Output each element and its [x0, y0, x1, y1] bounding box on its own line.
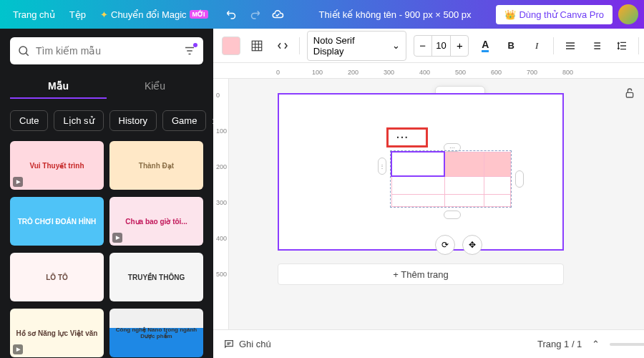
magic-label: Chuyển đổi Magic	[111, 9, 187, 20]
border-style-icon[interactable]	[248, 37, 266, 55]
table-cell[interactable]	[391, 195, 444, 207]
font-size-decrease[interactable]: −	[414, 36, 431, 56]
horizontal-ruler: 0 100 200 300 400 500 600 700 800	[213, 63, 644, 79]
top-menu-bar: Trang chủ Tệp ✦ Chuyển đổi Magic MỚI Thi…	[0, 0, 644, 29]
chip-history-vn[interactable]: Lịch sử	[54, 110, 103, 131]
zoom-slider[interactable]	[610, 343, 644, 346]
table-element[interactable]	[390, 150, 512, 208]
bottom-bar: Ghi chú Trang 1 / 1 ⌃	[213, 329, 644, 358]
line-spacing-icon[interactable]	[613, 37, 631, 55]
play-icon: ▶	[112, 233, 122, 243]
page-actions	[621, 84, 644, 102]
bold-button[interactable]: B	[502, 37, 520, 55]
fill-color-swatch[interactable]	[222, 37, 240, 55]
table-cell[interactable]	[484, 176, 511, 195]
page-indicator[interactable]: Trang 1 / 1	[537, 339, 582, 349]
chevron-up-icon[interactable]: ⌃	[592, 339, 600, 349]
play-icon: ▶	[13, 344, 23, 354]
spacing-icon[interactable]	[273, 37, 292, 55]
template-item[interactable]: Thành Đạt	[109, 141, 203, 190]
try-pro-button[interactable]: 👑 Dùng thử Canva Pro	[496, 5, 613, 24]
align-icon[interactable]	[561, 37, 580, 55]
vertical-ruler: 0 100 200 300 400 500	[213, 79, 229, 358]
tab-styles[interactable]: Kiểu	[107, 74, 203, 99]
category-chips: Cute Lịch sử History Game ›	[10, 110, 203, 131]
table-action-buttons: ⟳ ✥	[435, 235, 482, 255]
font-family-select[interactable]: Noto Serif Display ⌄	[307, 31, 406, 61]
user-avatar[interactable]	[618, 4, 638, 24]
design-title[interactable]: Thiết kế không tên - 900 px × 500 px	[294, 9, 497, 20]
canvas-page[interactable]: ··· ⋮ ⋯ ⟳ ✥	[278, 93, 564, 251]
canvas-area: ◀ Noto Serif Display ⌄ − 10 + A B I ✦Ch	[213, 29, 644, 358]
tab-templates[interactable]: Mẫu	[10, 74, 107, 99]
undo-icon[interactable]	[225, 8, 238, 21]
text-color-icon[interactable]: A	[476, 37, 494, 55]
template-item[interactable]: Chưa bao giờ tôi...▶	[109, 197, 203, 246]
table-cell[interactable]	[444, 195, 484, 207]
chip-history-en[interactable]: History	[109, 110, 157, 131]
template-item[interactable]: TRÒ CHƠI ĐOÁN HÌNH	[10, 197, 104, 246]
svg-point-0	[19, 47, 27, 54]
chip-cute[interactable]: Cute	[10, 110, 48, 131]
move-icon[interactable]: ✥	[462, 235, 482, 255]
table-cell[interactable]	[444, 152, 484, 176]
home-menu[interactable]: Trang chủ	[6, 9, 62, 20]
table-cell[interactable]	[444, 176, 484, 195]
redo-icon[interactable]	[248, 8, 261, 21]
font-size-increase[interactable]: +	[451, 36, 468, 56]
svg-rect-1	[252, 41, 262, 51]
search-icon	[17, 44, 30, 57]
play-icon: ▶	[13, 177, 23, 187]
sidebar-tabs: Mẫu Kiểu	[10, 74, 203, 99]
add-page-button[interactable]: + Thêm trang	[278, 263, 564, 285]
table-resize-bottom[interactable]	[444, 211, 461, 219]
cloud-sync-icon[interactable]	[271, 8, 284, 21]
magic-switch-menu[interactable]: ✦ Chuyển đổi Magic MỚI	[93, 9, 215, 20]
table-cell[interactable]	[391, 152, 444, 176]
file-menu[interactable]: Tệp	[62, 9, 93, 20]
divider	[553, 37, 554, 54]
pro-label: Dùng thử Canva Pro	[519, 9, 604, 20]
template-item[interactable]: Công nghệ Nano trong ngành Dược phẩm	[109, 309, 203, 357]
font-size-group: − 10 +	[414, 35, 469, 57]
template-search[interactable]	[10, 37, 203, 64]
annotation-highlight	[386, 127, 428, 147]
templates-sidebar: Mẫu Kiểu Cute Lịch sử History Game › Vui…	[0, 29, 213, 358]
lock-icon[interactable]	[621, 84, 638, 102]
notes-button[interactable]: Ghi chú	[223, 339, 271, 350]
chip-game[interactable]: Game	[162, 110, 206, 131]
chevron-down-icon: ⌄	[392, 40, 400, 51]
italic-button[interactable]: I	[527, 37, 546, 55]
row-drag-handle[interactable]: ⋮	[378, 158, 386, 175]
table-resize-right[interactable]	[515, 170, 524, 188]
table-cell[interactable]	[391, 176, 444, 195]
template-item[interactable]: Hồ sơ Năng lực Việt văn▶	[10, 309, 104, 357]
divider	[299, 37, 300, 54]
font-size-value[interactable]: 10	[431, 36, 452, 56]
template-item[interactable]: LÔ TÔ	[10, 253, 104, 301]
template-item[interactable]: TRUYỀN THÔNG	[109, 253, 203, 301]
sync-icon[interactable]: ⟳	[435, 235, 455, 255]
editor-toolbar: Noto Serif Display ⌄ − 10 + A B I ✦Chuyể	[213, 29, 644, 63]
svg-rect-2	[627, 92, 633, 97]
search-filter-icon[interactable]	[183, 44, 196, 57]
search-input[interactable]	[36, 45, 177, 57]
divider	[638, 37, 639, 54]
list-icon[interactable]	[587, 37, 605, 55]
table-cell[interactable]	[484, 152, 511, 176]
table-cell[interactable]	[484, 195, 511, 207]
template-item[interactable]: Vui Thuyết trình▶	[10, 141, 104, 190]
new-badge: MỚI	[190, 10, 208, 19]
workspace[interactable]: 0 100 200 300 400 500 ··· ··· ⋮ ⋯	[213, 79, 644, 358]
notes-icon	[223, 339, 235, 350]
template-grid: Vui Thuyết trình▶ Thành Đạt TRÒ CHƠI ĐOÁ…	[10, 141, 203, 358]
